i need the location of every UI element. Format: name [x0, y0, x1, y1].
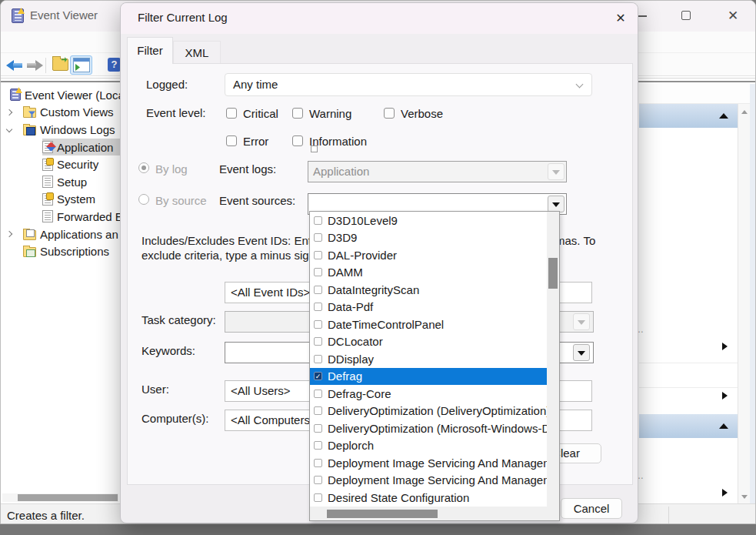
scrollbar-thumb[interactable]: [327, 510, 438, 518]
source-option[interactable]: DeliveryOptimization (Microsoft-Windows-…: [310, 420, 547, 437]
scroll-down-icon[interactable]: [741, 495, 748, 499]
source-option[interactable]: DAL-Provider: [310, 246, 547, 264]
source-checkbox[interactable]: [314, 303, 322, 311]
tab-filter[interactable]: Filter: [127, 37, 173, 64]
actions-scrollbar[interactable]: [738, 104, 750, 505]
tree-horizontal-scrollbar[interactable]: [2, 493, 118, 502]
tree-item-icon: [42, 210, 53, 222]
event-logs-value: Application: [313, 165, 369, 178]
source-checkbox[interactable]: [314, 493, 322, 502]
submenu-arrow-icon[interactable]: [722, 343, 728, 350]
source-option[interactable]: D3D9: [310, 229, 547, 247]
source-checkbox[interactable]: [314, 337, 322, 346]
divider: [639, 387, 738, 388]
actions-pane: … …: [639, 104, 738, 505]
source-checkbox[interactable]: [314, 424, 322, 433]
scrollbar-thumb[interactable]: [18, 494, 118, 501]
source-checkbox[interactable]: [314, 251, 322, 259]
actions-section-header[interactable]: [639, 104, 738, 128]
open-saved-log-icon[interactable]: [52, 59, 68, 71]
dropdown-horizontal-scrollbar[interactable]: [310, 507, 559, 520]
by-source-radio[interactable]: [138, 194, 149, 205]
collapse-icon[interactable]: [719, 113, 728, 119]
tree-chevron-icon[interactable]: [4, 249, 23, 254]
source-checkbox[interactable]: [314, 476, 322, 484]
event-sources-dropdown-icon[interactable]: [548, 196, 565, 212]
source-checkbox[interactable]: [314, 320, 322, 329]
source-option[interactable]: DataIntegrityScan: [310, 281, 547, 299]
tree-chevron-icon[interactable]: [23, 145, 42, 149]
tree-chevron-icon[interactable]: [23, 179, 42, 184]
tree-item[interactable]: Custom Views: [1, 104, 121, 122]
tree-item[interactable]: Event Viewer (Local: [1, 86, 121, 104]
source-option[interactable]: Desired State Configuration: [310, 489, 547, 507]
source-checkbox[interactable]: [314, 441, 322, 450]
tree-item[interactable]: Security: [1, 155, 121, 173]
dialog-close-icon[interactable]: ✕: [611, 9, 630, 28]
tree-chevron-icon[interactable]: [4, 127, 23, 132]
tree-chevron-icon[interactable]: [23, 162, 42, 167]
includes-text-line1: Includes/Excludes Event IDs: Ente: [142, 234, 312, 247]
source-option[interactable]: Deplorch: [310, 437, 547, 455]
tree-item[interactable]: Subscriptions: [1, 242, 121, 260]
source-checkbox[interactable]: [314, 268, 322, 276]
by-log-radio[interactable]: [138, 162, 149, 173]
source-checkbox[interactable]: [314, 286, 322, 294]
source-option[interactable]: DDisplay: [310, 350, 547, 368]
source-checkbox[interactable]: [314, 355, 322, 363]
source-option[interactable]: ✓ Defrag: [310, 368, 547, 386]
tree-item[interactable]: Forwarded E: [1, 208, 121, 226]
source-option[interactable]: Defrag-Core: [310, 385, 547, 403]
help-icon[interactable]: ?: [108, 58, 121, 72]
tree-item[interactable]: System: [1, 191, 121, 209]
source-option[interactable]: Deployment Image Servicing And Manageme: [310, 454, 547, 472]
source-option[interactable]: D3D10Level9: [310, 212, 547, 229]
tree-item[interactable]: Applications an: [1, 226, 121, 243]
show-console-tree-icon[interactable]: [70, 55, 92, 75]
tree-chevron-icon[interactable]: [4, 110, 23, 115]
source-option[interactable]: DateTimeControlPanel: [310, 316, 547, 333]
maximize-icon[interactable]: [681, 11, 691, 20]
dropdown-vertical-scrollbar[interactable]: [547, 212, 559, 507]
computers-label: Computer(s):: [142, 412, 209, 425]
source-label: Deployment Image Servicing And Manageme: [328, 473, 547, 487]
tree-chevron-icon[interactable]: [23, 214, 42, 219]
source-checkbox[interactable]: ✓: [314, 372, 322, 380]
source-option[interactable]: DCLocator: [310, 333, 547, 351]
source-checkbox[interactable]: [314, 390, 322, 398]
source-checkbox[interactable]: [314, 233, 322, 242]
cancel-button[interactable]: Cancel: [561, 498, 622, 519]
forward-arrow-icon[interactable]: [26, 60, 43, 71]
collapse-icon[interactable]: [719, 423, 728, 429]
back-arrow-icon[interactable]: [6, 60, 23, 71]
tree-item[interactable]: Windows Logs: [1, 121, 121, 139]
source-option[interactable]: DAMM: [310, 264, 547, 282]
tree-item[interactable]: Setup: [1, 173, 121, 191]
source-option[interactable]: DeliveryOptimization (DeliveryOptimizati…: [310, 403, 547, 420]
minimize-icon[interactable]: [638, 15, 647, 17]
verbose-checkbox[interactable]: [384, 108, 395, 119]
source-checkbox[interactable]: [314, 216, 322, 225]
information-checkbox[interactable]: [292, 135, 303, 146]
by-log-label: By log: [155, 162, 188, 176]
error-checkbox[interactable]: [226, 135, 237, 146]
source-checkbox[interactable]: [314, 459, 322, 467]
tab-xml[interactable]: XML: [173, 41, 221, 64]
source-option[interactable]: Deployment Image Servicing And Manageme: [310, 472, 547, 490]
source-checkbox[interactable]: [314, 406, 322, 415]
actions-section-header[interactable]: [639, 414, 738, 438]
tree-chevron-icon[interactable]: [4, 232, 23, 236]
logged-combobox[interactable]: Any time: [225, 73, 592, 96]
submenu-arrow-icon[interactable]: [722, 489, 728, 497]
critical-checkbox[interactable]: [226, 108, 237, 119]
tree-chevron-icon[interactable]: [23, 197, 42, 202]
close-icon[interactable]: ✕: [724, 8, 741, 25]
keywords-dropdown-icon[interactable]: [573, 344, 590, 361]
scroll-up-icon[interactable]: [741, 110, 748, 114]
source-option[interactable]: Data-Pdf: [310, 299, 547, 316]
tree-item[interactable]: Application: [1, 139, 121, 156]
submenu-arrow-icon[interactable]: [722, 392, 728, 400]
warning-checkbox[interactable]: [292, 108, 303, 119]
scrollbar-thumb[interactable]: [548, 258, 558, 289]
source-label: Deplorch: [328, 439, 374, 452]
